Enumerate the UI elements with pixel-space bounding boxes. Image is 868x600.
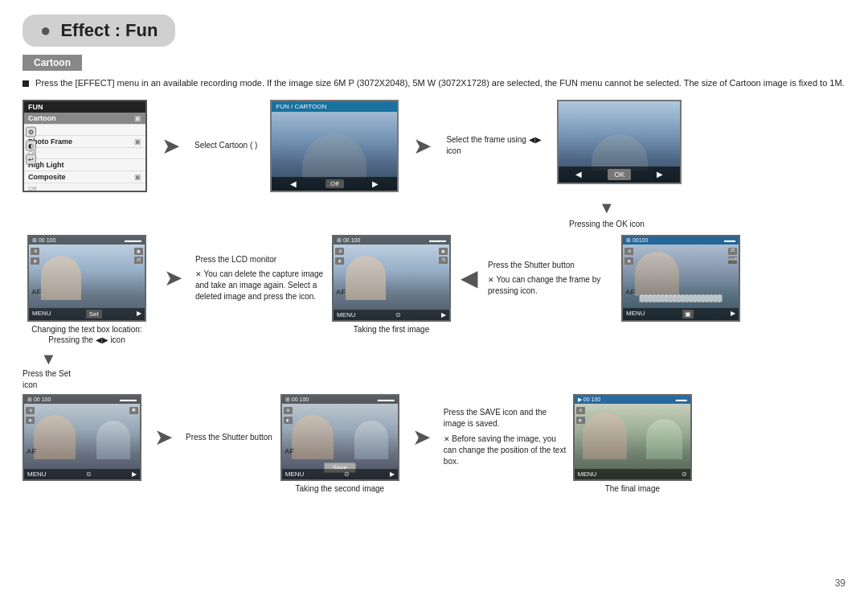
off-label: Off [326, 179, 344, 188]
page: ● Effect : Fun Cartoon Press the [EFFECT… [0, 0, 868, 600]
cam-left-icons-6: ⚙ ◐ [576, 407, 585, 424]
ok-nav-right: ▶ [657, 170, 663, 179]
menu-item-cartoon: Cartoon ▣ [24, 113, 145, 125]
final-image-caption: The final image [605, 483, 660, 494]
section-label: Cartoon [23, 55, 82, 71]
arrow-right-2: ➤ [413, 133, 432, 159]
fun-cartoon-screen: FUN / CARTOON ◀ Off ▶ [270, 100, 399, 192]
arrow-down-1: ▼ [599, 199, 615, 217]
af-label-4: AF [27, 447, 36, 455]
cam-screen-second-img: ⊞ 00 100▬▬▬ ⚙ ◐ AF Save MENU ⊙ ▶ [280, 394, 399, 481]
cam-top-bar-4: ⊞ 00 100▬▬▬ [24, 396, 140, 404]
cam-bottom-bar-4: MENU ⊙ ▶ [24, 469, 140, 479]
cam-top-bar-6: ▶ 00 100▬▬ [575, 396, 690, 404]
select-cartoon-caption: Select Cartoon ( ) [194, 140, 257, 151]
cam-left-icons-3: ⚙ ◐ [624, 248, 633, 265]
cam-bottom-bar-3: MENU ▣ ▶ [623, 308, 739, 320]
cam-bottom-bar-5: MENU ⊙ ▶ [282, 469, 398, 479]
nav-right-icon: ▶ [372, 179, 379, 188]
cam-bottom-bar-2: MENU ⊙ ▶ [334, 310, 449, 320]
page-number: 39 [835, 577, 845, 589]
fun-menu-screen: FUN Cartoon ▣ Off Photo Frame ▣ Off High… [23, 100, 147, 192]
fun-cartoon2-screen: FUN / CARTOON2 ◀ OK ▶ [557, 100, 682, 184]
changing-text-caption: Changing the text box location: Pressing… [23, 324, 151, 345]
menu-item-highlight: High Light [24, 159, 145, 171]
cam-left-icons-4: ⚙ ◐ [26, 407, 35, 424]
cam-screen-closeup1: ⊞ 00 100▬▬▬ ⚙ ◐ ▣ 25 AF MENU Set ▶ [27, 235, 146, 322]
cam-screen-row3-1: ⊞ 00 100▬▬▬ ⚙ ◐ ▣ AF MENU ⊙ ▶ [23, 394, 141, 481]
press-set-caption: Press the Set icon [23, 368, 75, 391]
cartoon-screen-header: FUN / CARTOON [272, 101, 397, 112]
cam-bottom-bar-1: MENU Set ▶ [29, 308, 145, 320]
change-frame-caption: You can change the frame by pressing ico… [488, 274, 616, 297]
af-label-2: AF [336, 288, 346, 296]
press-lcd-caption: Press the LCD monitor [195, 254, 324, 265]
arrow-right-1: ➤ [162, 133, 180, 159]
bullet-icon: ● [40, 20, 51, 40]
arrow-right-4: ➤ [154, 424, 173, 450]
before-save-caption: Before saving the image, you can change … [444, 434, 568, 467]
cam-top-bar-3: ⊞ 00100▬▬ [623, 236, 739, 245]
page-title: ● Effect : Fun [40, 20, 158, 41]
arrow-right-5: ➤ [412, 424, 431, 450]
menu-item-off3: Off [24, 183, 145, 192]
press-save-caption: Press the SAVE icon and the image is sav… [444, 407, 568, 429]
title-bar: ● Effect : Fun [23, 14, 175, 47]
pressing-ok-caption: Pressing the OK icon [569, 219, 645, 230]
arrow-down-2: ▼ [41, 350, 57, 368]
cam-top-bar-1: ⊞ 00 100▬▬▬ [29, 236, 145, 245]
menu-item-photoframe: Photo Frame ▣ [24, 136, 145, 148]
arrow-left-1: ◀ [461, 265, 478, 291]
nav-left-icon: ◀ [290, 179, 297, 188]
af-label-1: AF [31, 288, 41, 296]
press-shutter1-caption: Press the Shutter button [488, 260, 616, 271]
cam-left-icons-1: ⚙ ◐ [31, 248, 39, 265]
cam-bottom-bar-6: MENU ⊙ [575, 469, 690, 479]
taking-first-caption: Taking the first image [354, 324, 430, 335]
cam-left-icons-2: ⚙ ◐ [335, 248, 344, 265]
taking-second-caption: Taking the second image [296, 483, 385, 494]
cam-screen-first-img: ⊞ 00 100▬▬▬ ⚙ ◐ ▣ 75 AF MENU ⊙ ▶ [332, 235, 451, 322]
af-label-3: AF [625, 288, 635, 296]
cam-top-bar-2: ⊞ 00 100▬▬▬ [334, 236, 449, 245]
ok-button: OK [608, 169, 631, 180]
bullet-square [23, 80, 29, 87]
delete-note-caption: You can delete the capture image and tak… [195, 269, 324, 302]
press-shutter2-caption: Press the Shutter button [186, 432, 272, 443]
menu-item-off2: Off [24, 148, 145, 159]
af-label-5: AF [285, 447, 294, 455]
cam-top-bar-5: ⊞ 00 100▬▬▬ [282, 396, 398, 404]
menu-header: FUN [24, 101, 145, 113]
select-frame-caption: Select the frame using ◀▶ icon [446, 134, 551, 157]
menu-item-composite: Composite ▣ [24, 171, 145, 183]
arrow-right-3: ➤ [164, 265, 182, 291]
ok-nav-left: ◀ [575, 170, 582, 179]
cam-screen-awb: ⊞ 00100▬▬ ⚙ ◐ 25 AWB AF MENU ▣ [621, 235, 740, 322]
cam-left-icons-5: ⚙ ◐ [284, 407, 293, 424]
cam-screen-final: ▶ 00 100▬▬ ⚙ ◐ MENU ⊙ [573, 394, 692, 481]
intro-text: Press the [EFFECT] menu in an available … [23, 76, 845, 90]
menu-item-off1: Off [24, 125, 145, 136]
